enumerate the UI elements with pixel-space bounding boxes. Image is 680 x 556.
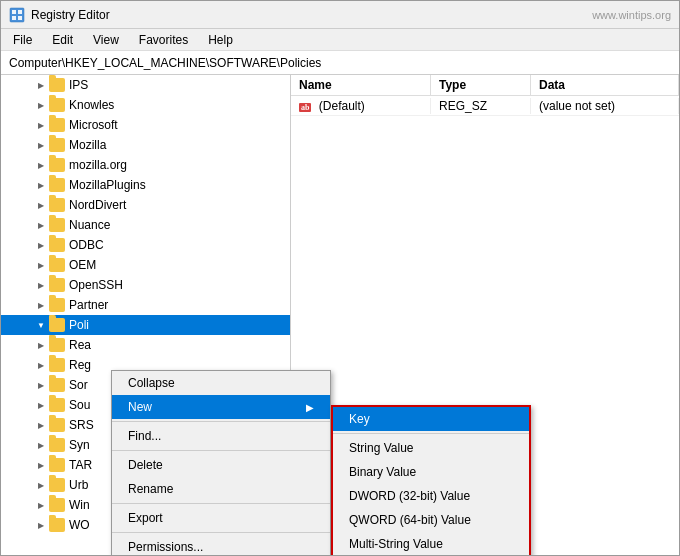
window-title: Registry Editor [31, 8, 586, 22]
expander-reg[interactable] [33, 357, 49, 373]
expander-odbc[interactable] [33, 237, 49, 253]
tree-item-microsoft[interactable]: Microsoft [1, 115, 290, 135]
header-name: Name [291, 75, 431, 95]
expander-microsoft[interactable] [33, 117, 49, 133]
tree-label-nuance: Nuance [69, 218, 110, 232]
expander-mozillaplugins[interactable] [33, 177, 49, 193]
folder-icon-mozilla [49, 138, 65, 152]
ctx-export[interactable]: Export [112, 506, 330, 530]
tree-item-rea[interactable]: Rea [1, 335, 290, 355]
context-menu: Collapse New ▶ Find... Delete Rename Exp… [111, 370, 331, 555]
expander-mozilla[interactable] [33, 137, 49, 153]
tree-item-norddivert[interactable]: NordDivert [1, 195, 290, 215]
tree-label-win: Win [69, 498, 90, 512]
folder-icon-nuance [49, 218, 65, 232]
folder-icon-tar [49, 458, 65, 472]
tree-label-syn: Syn [69, 438, 90, 452]
tree-label-reg: Reg [69, 358, 91, 372]
tree-item-ips[interactable]: IPS [1, 75, 290, 95]
expander-tar[interactable] [33, 457, 49, 473]
cell-data-default: (value not set) [531, 98, 679, 114]
tree-item-knowles[interactable]: Knowles [1, 95, 290, 115]
tree-label-poli: Poli [69, 318, 89, 332]
tree-item-mozilla-org[interactable]: mozilla.org [1, 155, 290, 175]
menu-bar: File Edit View Favorites Help [1, 29, 679, 51]
ab-icon: ab [299, 103, 311, 112]
address-bar: Computer\HKEY_LOCAL_MACHINE\SOFTWARE\Pol… [1, 51, 679, 75]
menu-edit[interactable]: Edit [44, 31, 81, 49]
folder-icon-srs [49, 418, 65, 432]
ctx-delete[interactable]: Delete [112, 453, 330, 477]
folder-icon-syn [49, 438, 65, 452]
ctx-separator-1 [112, 421, 330, 422]
expander-norddivert[interactable] [33, 197, 49, 213]
folder-icon-oem [49, 258, 65, 272]
expander-mozilla-org[interactable] [33, 157, 49, 173]
tree-label-norddivert: NordDivert [69, 198, 126, 212]
tree-item-odbc[interactable]: ODBC [1, 235, 290, 255]
submenu-dword-value-label: DWORD (32-bit) Value [349, 489, 470, 503]
folder-icon-sor [49, 378, 65, 392]
tree-label-wo: WO [69, 518, 90, 532]
title-bar: Registry Editor www.wintips.org [1, 1, 679, 29]
menu-file[interactable]: File [5, 31, 40, 49]
tree-label-partner: Partner [69, 298, 108, 312]
tree-label-rea: Rea [69, 338, 91, 352]
tree-item-openssh[interactable]: OpenSSH [1, 275, 290, 295]
tree-label-odbc: ODBC [69, 238, 104, 252]
folder-icon-norddivert [49, 198, 65, 212]
folder-icon-openssh [49, 278, 65, 292]
expander-sor[interactable] [33, 377, 49, 393]
submenu-multi-string-value-label: Multi-String Value [349, 537, 443, 551]
expander-win[interactable] [33, 497, 49, 513]
ctx-export-label: Export [128, 511, 163, 525]
submenu-key[interactable]: Key [333, 407, 529, 431]
menu-favorites[interactable]: Favorites [131, 31, 196, 49]
cell-name-default: ab (Default) [291, 98, 431, 114]
tree-item-poli[interactable]: Poli [1, 315, 290, 335]
expander-partner[interactable] [33, 297, 49, 313]
ctx-collapse-label: Collapse [128, 376, 175, 390]
expander-sou[interactable] [33, 397, 49, 413]
expander-rea[interactable] [33, 337, 49, 353]
submenu-string-value[interactable]: String Value [333, 436, 529, 460]
expander-syn[interactable] [33, 437, 49, 453]
menu-help[interactable]: Help [200, 31, 241, 49]
folder-icon-knowles [49, 98, 65, 112]
header-type: Type [431, 75, 531, 95]
expander-urb[interactable] [33, 477, 49, 493]
expander-wo[interactable] [33, 517, 49, 533]
tree-item-oem[interactable]: OEM [1, 255, 290, 275]
tree-label-oem: OEM [69, 258, 96, 272]
submenu-qword-value[interactable]: QWORD (64-bit) Value [333, 508, 529, 532]
ctx-permissions[interactable]: Permissions... [112, 535, 330, 555]
expander-nuance[interactable] [33, 217, 49, 233]
expander-openssh[interactable] [33, 277, 49, 293]
ctx-new[interactable]: New ▶ [112, 395, 330, 419]
detail-row-default[interactable]: ab (Default) REG_SZ (value not set) [291, 96, 679, 116]
expander-knowles[interactable] [33, 97, 49, 113]
ctx-find[interactable]: Find... [112, 424, 330, 448]
submenu-multi-string-value[interactable]: Multi-String Value [333, 532, 529, 555]
ctx-collapse[interactable]: Collapse [112, 371, 330, 395]
ctx-rename[interactable]: Rename [112, 477, 330, 501]
tree-item-mozilla[interactable]: Mozilla [1, 135, 290, 155]
submenu-dword-value[interactable]: DWORD (32-bit) Value [333, 484, 529, 508]
expander-poli[interactable] [33, 317, 49, 333]
tree-item-mozillaplugins[interactable]: MozillaPlugins [1, 175, 290, 195]
main-area: IPS Knowles Microsoft Mozilla mozilla.or [1, 75, 679, 555]
tree-item-partner[interactable]: Partner [1, 295, 290, 315]
submenu-qword-value-label: QWORD (64-bit) Value [349, 513, 471, 527]
expander-srs[interactable] [33, 417, 49, 433]
expander-ips[interactable] [33, 77, 49, 93]
folder-icon-microsoft [49, 118, 65, 132]
tree-item-nuance[interactable]: Nuance [1, 215, 290, 235]
tree-label-knowles: Knowles [69, 98, 114, 112]
folder-icon-odbc [49, 238, 65, 252]
tree-label-srs: SRS [69, 418, 94, 432]
menu-view[interactable]: View [85, 31, 127, 49]
expander-oem[interactable] [33, 257, 49, 273]
submenu-binary-value[interactable]: Binary Value [333, 460, 529, 484]
submenu: Key String Value Binary Value DWORD (32-… [331, 405, 531, 555]
ctx-separator-4 [112, 532, 330, 533]
